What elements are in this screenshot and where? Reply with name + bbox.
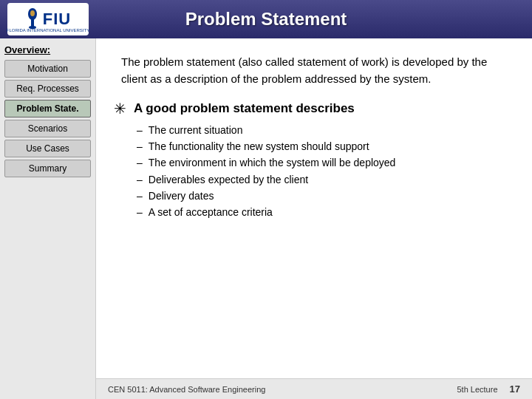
sub-items-list: – The current situation – The functional… <box>134 122 395 221</box>
torch-icon <box>25 8 40 30</box>
sidebar-item-problem-state[interactable]: Problem State. <box>4 100 91 117</box>
sub-item-text-6: A set of acceptance criteria <box>149 204 273 220</box>
bullet-section: ✳ A good problem statement describes – T… <box>114 101 514 221</box>
page-footer: CEN 5011: Advanced Software Engineering … <box>96 378 532 399</box>
sidebar-item-motivation[interactable]: Motivation <box>4 60 91 78</box>
sub-item-1: – The current situation <box>137 122 395 138</box>
sidebar-item-summary[interactable]: Summary <box>4 160 91 177</box>
page-title: Problem Statement <box>185 9 347 30</box>
page-header: FIU FLORIDA INTERNATIONAL UNIVERSITY Pro… <box>0 0 532 38</box>
logo-subtitle: FLORIDA INTERNATIONAL UNIVERSITY <box>7 28 89 33</box>
sub-item-text-1: The current situation <box>149 122 243 138</box>
sub-item-6: – A set of acceptance criteria <box>137 204 395 220</box>
main-layout: Overview: Motivation Req. Processes Prob… <box>0 38 532 399</box>
overview-label: Overview: <box>4 44 91 55</box>
sidebar-item-scenarios[interactable]: Scenarios <box>4 120 91 137</box>
university-logo: FIU FLORIDA INTERNATIONAL UNIVERSITY <box>7 3 89 35</box>
sub-item-text-5: Delivery dates <box>149 188 214 204</box>
dash-icon-5: – <box>137 188 143 204</box>
sub-item-5: – Delivery dates <box>137 188 395 204</box>
dash-icon-3: – <box>137 154 143 171</box>
sidebar-item-use-cases[interactable]: Use Cases <box>4 140 91 157</box>
svg-point-3 <box>30 10 35 16</box>
content-area: The problem statement (also called state… <box>96 38 532 399</box>
dash-icon-1: – <box>137 122 143 138</box>
dash-icon-4: – <box>137 171 143 188</box>
logo-text: FIU <box>43 10 71 29</box>
lecture-label: 5th Lecture <box>457 385 497 394</box>
page-number: 17 <box>510 383 520 395</box>
intro-paragraph: The problem statement (also called state… <box>114 53 514 88</box>
footer-right: 5th Lecture 17 <box>457 383 520 395</box>
bullet-star-icon: ✳ <box>114 100 126 117</box>
sub-item-text-4: Deliverables expected by the client <box>149 171 308 188</box>
sub-item-4: – Deliverables expected by the client <box>137 171 395 188</box>
sub-item-text-2: The functionality the new system should … <box>149 138 369 154</box>
bullet-heading: A good problem statement describes <box>134 101 395 116</box>
sub-item-text-3: The environment in which the system will… <box>149 154 396 171</box>
dash-icon-2: – <box>137 138 143 154</box>
dash-icon-6: – <box>137 204 143 220</box>
course-label: CEN 5011: Advanced Software Engineering <box>108 385 265 394</box>
sidebar-item-req-processes[interactable]: Req. Processes <box>4 80 91 98</box>
sub-item-2: – The functionality the new system shoul… <box>137 138 395 154</box>
sub-item-3: – The environment in which the system wi… <box>137 154 395 171</box>
sidebar: Overview: Motivation Req. Processes Prob… <box>0 38 96 399</box>
